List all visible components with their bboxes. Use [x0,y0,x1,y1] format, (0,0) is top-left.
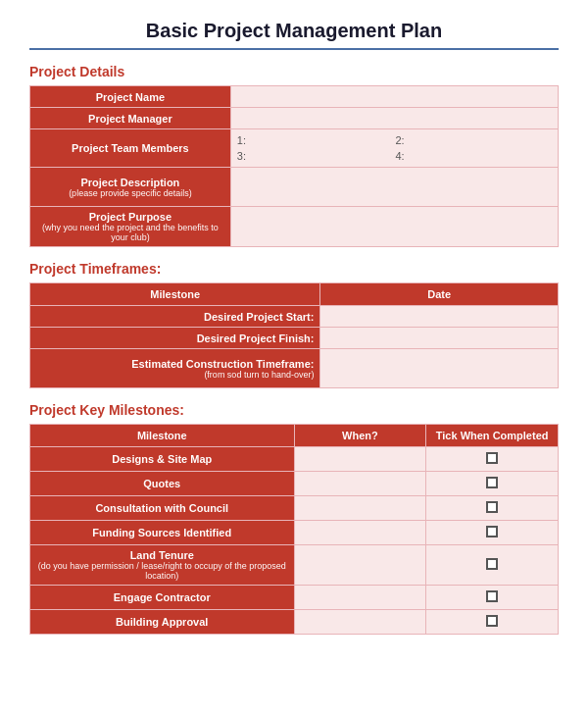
milestone-building-approval: Building Approval [30,610,295,635]
team-member-4: 4: [395,149,552,163]
team-member-1: 1: [237,133,394,147]
timeframe-col-date: Date [320,283,559,306]
table-row: Land Tenure (do you have permission / le… [30,545,559,586]
checkbox-icon [486,558,498,570]
label-desired-finish: Desired Project Finish: [30,328,320,349]
milestones-col-when: When? [294,425,426,447]
table-row: Designs & Site Map [30,447,559,472]
table-row: Quotes [30,472,559,496]
table-row: Desired Project Start: [30,306,559,328]
table-row: Engage Contractor [30,586,559,610]
label-team-members: Project Team Members [30,129,231,168]
section-project-timeframes: Project Timeframes: [29,261,559,277]
tick-designs[interactable] [426,447,559,472]
when-council[interactable] [294,496,426,521]
milestone-land-tenure: Land Tenure (do you have permission / le… [30,545,295,586]
when-land-tenure[interactable] [294,545,426,586]
table-row: Project Description (please provide spec… [30,168,559,207]
table-row: Project Name [30,86,559,108]
checkbox-icon [486,590,498,602]
milestones-col-tick: Tick When Completed [426,425,559,447]
value-project-description[interactable] [230,168,558,207]
when-engage-contractor[interactable] [294,586,426,610]
label-construction-timeframe: Estimated Construction Timeframe: (from … [30,349,320,388]
label-project-purpose: Project Purpose (why you need the projec… [30,207,231,247]
label-desired-start: Desired Project Start: [30,306,320,328]
value-team-members[interactable]: 1: 2: 3: 4: [230,129,558,168]
value-project-manager[interactable] [230,108,558,129]
value-desired-finish[interactable] [320,328,559,349]
when-building-approval[interactable] [294,610,426,635]
timeframe-col-milestone: Milestone [30,283,320,306]
milestones-col-milestone: Milestone [30,425,295,447]
when-designs[interactable] [294,447,426,472]
tick-engage-contractor[interactable] [426,586,559,610]
label-project-manager: Project Manager [30,108,231,129]
checkbox-icon [486,526,498,537]
table-row: Building Approval [30,610,559,635]
milestone-funding: Funding Sources Identified [30,521,295,545]
tick-quotes[interactable] [426,472,559,496]
project-timeframes-table: Milestone Date Desired Project Start: De… [29,282,559,388]
key-milestones-table: Milestone When? Tick When Completed Desi… [29,424,559,635]
table-row: Consultation with Council [30,496,559,521]
team-member-3: 3: [237,149,394,163]
table-row: Estimated Construction Timeframe: (from … [30,349,559,388]
value-desired-start[interactable] [320,306,559,328]
tick-council[interactable] [426,496,559,521]
project-details-table: Project Name Project Manager Project Tea… [29,85,559,247]
table-row: Desired Project Finish: [30,328,559,349]
milestone-engage-contractor: Engage Contractor [30,586,295,610]
table-row: Project Team Members 1: 2: 3: 4: [30,129,559,168]
page-title: Basic Project Management Plan [29,20,559,50]
when-funding[interactable] [294,521,426,545]
section-project-details: Project Details [29,64,559,79]
checkbox-icon [486,501,498,513]
table-row: Project Manager [30,108,559,129]
checkbox-icon [486,477,498,488]
checkbox-icon [486,615,498,627]
milestone-council: Consultation with Council [30,496,295,521]
team-member-2: 2: [395,133,552,147]
when-quotes[interactable] [294,472,426,496]
section-key-milestones: Project Key Milestones: [29,402,559,418]
value-construction-timeframe[interactable] [320,349,559,388]
label-project-name: Project Name [30,86,231,108]
tick-building-approval[interactable] [426,610,559,635]
table-row: Project Purpose (why you need the projec… [30,207,559,247]
label-project-description: Project Description (please provide spec… [30,168,231,207]
table-row: Funding Sources Identified [30,521,559,545]
value-project-purpose[interactable] [230,207,558,247]
value-project-name[interactable] [230,86,558,108]
milestone-designs: Designs & Site Map [30,447,295,472]
checkbox-icon [486,452,498,464]
tick-land-tenure[interactable] [426,545,559,586]
milestone-quotes: Quotes [30,472,295,496]
tick-funding[interactable] [426,521,559,545]
